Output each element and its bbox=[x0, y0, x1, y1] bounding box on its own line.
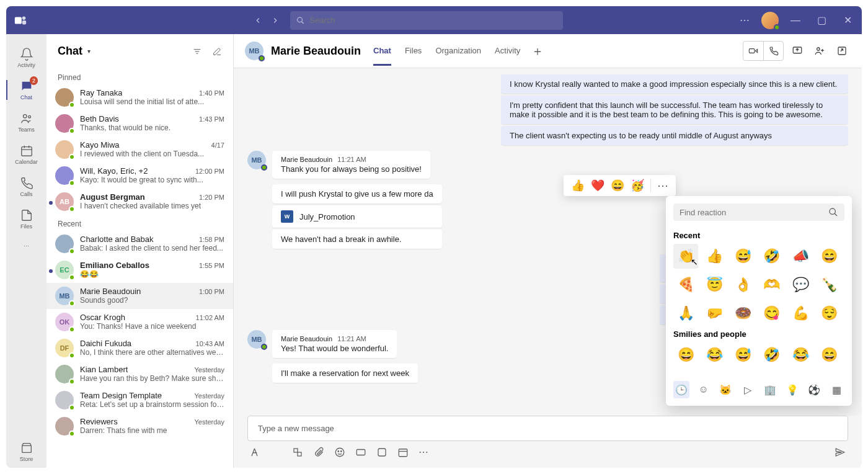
rail-files[interactable]: Files bbox=[6, 203, 46, 235]
category-recent[interactable]: 🕒 bbox=[673, 381, 689, 398]
rail-store[interactable]: Store bbox=[6, 436, 46, 468]
received-message[interactable]: I'll make a reservation for next week bbox=[272, 364, 418, 383]
reaction-emoji[interactable]: 👌 bbox=[731, 272, 756, 297]
audio-call-button[interactable] bbox=[763, 42, 783, 60]
received-message[interactable]: Marie Beaudouin11:21 AMYes! That would b… bbox=[272, 330, 397, 358]
reaction-thumbsup[interactable]: 👍 bbox=[571, 179, 585, 192]
chat-list-item[interactable]: Kian LambertYesterdayHave you ran this b… bbox=[46, 361, 233, 387]
share-screen-button[interactable] bbox=[789, 42, 806, 60]
filter-button[interactable] bbox=[192, 47, 202, 56]
reaction-emoji[interactable]: 🍕 bbox=[673, 272, 698, 297]
window-close-button[interactable]: ✕ bbox=[838, 11, 857, 30]
loop-button[interactable] bbox=[292, 447, 303, 458]
reaction-emoji[interactable]: 😅 bbox=[731, 244, 756, 269]
category-objects[interactable]: 💡 bbox=[784, 381, 800, 398]
chat-list-item[interactable]: Team Design TemplateYesterdayReta: Let's… bbox=[46, 387, 233, 413]
more-compose-button[interactable]: ⋯ bbox=[418, 446, 428, 458]
category-travel[interactable]: 🏢 bbox=[762, 381, 778, 398]
chat-list-item[interactable]: ABAugust Bergman1:20 PMI haven't checked… bbox=[46, 189, 233, 215]
category-symbols[interactable]: ▦ bbox=[828, 381, 844, 398]
chat-list-item[interactable]: MBMarie Beaudouin1:00 PMSounds good? bbox=[46, 283, 233, 309]
file-attachment[interactable]: WJuly_Promotion bbox=[272, 205, 442, 228]
chat-list-item[interactable]: Kayo Miwa4/17I reviewed with the client … bbox=[46, 136, 233, 163]
reaction-emoji[interactable]: 🍾 bbox=[817, 272, 842, 297]
window-maximize-button[interactable]: ▢ bbox=[812, 11, 831, 30]
reaction-emoji[interactable]: 😂 bbox=[788, 342, 813, 367]
format-button[interactable] bbox=[250, 447, 261, 458]
reaction-emoji[interactable]: 😋 bbox=[760, 301, 784, 326]
reaction-party[interactable]: 🥳 bbox=[631, 179, 644, 192]
chat-list-item[interactable]: Will, Kayo, Eric, +212:00 PMKayo: It wou… bbox=[46, 163, 233, 189]
rail-teams[interactable]: Teams bbox=[6, 106, 46, 138]
reaction-emoji[interactable]: 🍩 bbox=[731, 301, 756, 326]
emoji-button[interactable] bbox=[334, 447, 345, 458]
popout-button[interactable] bbox=[833, 42, 851, 60]
reaction-emoji[interactable]: 😄 bbox=[817, 342, 842, 367]
chat-list-item[interactable]: Charlotte and Babak1:58 PMBabak: I asked… bbox=[46, 231, 233, 257]
reaction-emoji[interactable]: 😇 bbox=[702, 272, 727, 297]
rail-activity[interactable]: Activity bbox=[6, 42, 46, 74]
reaction-emoji[interactable]: 😄 bbox=[673, 342, 698, 367]
received-message[interactable]: We haven't had a break in awhile. bbox=[272, 230, 442, 249]
sticker-button[interactable] bbox=[376, 447, 388, 458]
reaction-emoji[interactable]: 😌 bbox=[817, 301, 842, 326]
new-chat-button[interactable] bbox=[212, 47, 222, 56]
reaction-emoji[interactable]: 🤛 bbox=[702, 301, 727, 326]
chat-list-item[interactable]: Beth Davis1:43 PMThanks, that would be n… bbox=[46, 110, 233, 136]
compose-box[interactable]: Type a new message bbox=[247, 416, 848, 441]
received-message[interactable]: I will push Krystal to give us a few mor… bbox=[272, 184, 442, 203]
sent-message[interactable]: The client wasn't expecting us to be rea… bbox=[501, 126, 848, 145]
reaction-emoji[interactable]: 🫶 bbox=[760, 272, 784, 297]
tab-chat[interactable]: Chat bbox=[373, 46, 391, 66]
sent-message[interactable]: I know Krystal really wanted to make a g… bbox=[501, 74, 848, 94]
chat-list-item[interactable]: ReviewersYesterdayDarren: Thats fine wit… bbox=[46, 413, 233, 439]
reaction-emoji[interactable]: 💬 bbox=[788, 272, 813, 297]
send-button[interactable] bbox=[835, 447, 846, 458]
rail-calendar[interactable]: Calendar bbox=[6, 138, 46, 171]
schedule-button[interactable] bbox=[397, 447, 409, 458]
reaction-more-button[interactable]: ⋯ bbox=[650, 179, 668, 192]
rail-calls[interactable]: Calls bbox=[6, 171, 46, 203]
reaction-emoji[interactable]: 👏 bbox=[673, 244, 698, 269]
add-people-button[interactable] bbox=[811, 42, 828, 60]
reaction-emoji[interactable]: 💪 bbox=[788, 301, 813, 326]
tab-organization[interactable]: Organization bbox=[435, 46, 481, 66]
category-food[interactable]: ▷ bbox=[740, 381, 756, 398]
category-animals[interactable]: 🐱 bbox=[718, 381, 734, 398]
chat-list-title[interactable]: Chat bbox=[58, 45, 82, 58]
category-activities[interactable]: ⚽ bbox=[807, 381, 823, 398]
search-box[interactable] bbox=[290, 11, 563, 30]
reaction-emoji[interactable]: 👍 bbox=[702, 244, 727, 269]
reaction-search[interactable] bbox=[673, 203, 844, 221]
received-message[interactable]: Marie Beaudouin11:21 AMThank you for alw… bbox=[272, 151, 430, 179]
rail-chat[interactable]: 2Chat bbox=[6, 74, 46, 106]
reaction-emoji[interactable]: 😅 bbox=[731, 342, 756, 367]
video-call-button[interactable] bbox=[743, 42, 763, 60]
chat-list-item[interactable]: DFDaichi Fukuda10:43 AMNo, I think there… bbox=[46, 335, 233, 361]
reaction-emoji[interactable]: 📣 bbox=[788, 244, 813, 269]
search-input[interactable] bbox=[309, 16, 557, 25]
chevron-down-icon[interactable]: ▾ bbox=[87, 48, 91, 55]
nav-forward-button[interactable] bbox=[268, 13, 283, 28]
reaction-emoji[interactable]: 🤣 bbox=[760, 342, 784, 367]
add-tab-button[interactable]: ＋ bbox=[531, 43, 544, 60]
reaction-emoji[interactable]: 🤣 bbox=[760, 244, 784, 269]
reaction-emoji[interactable]: 😂 bbox=[702, 342, 727, 367]
reaction-heart[interactable]: ❤️ bbox=[591, 179, 604, 192]
current-user-avatar[interactable] bbox=[761, 12, 779, 29]
nav-back-button[interactable] bbox=[250, 13, 265, 28]
window-minimize-button[interactable]: ― bbox=[786, 11, 805, 30]
chat-list-item[interactable]: ECEmiliano Ceballos1:55 PM😂😂 bbox=[46, 257, 233, 283]
gif-button[interactable] bbox=[355, 447, 366, 458]
sent-message[interactable]: I'm pretty confident that this launch wi… bbox=[501, 96, 848, 124]
more-options-button[interactable]: ⋯ bbox=[735, 11, 754, 30]
attach-button[interactable] bbox=[313, 447, 324, 458]
priority-button[interactable] bbox=[271, 447, 282, 458]
rail-more[interactable]: ⋯ bbox=[6, 235, 46, 257]
tab-activity[interactable]: Activity bbox=[495, 46, 520, 66]
tab-files[interactable]: Files bbox=[405, 46, 422, 66]
reaction-emoji[interactable]: 😄 bbox=[817, 244, 842, 269]
category-smilies[interactable]: ☺ bbox=[696, 381, 712, 398]
reaction-search-input[interactable] bbox=[680, 208, 828, 217]
chat-list-item[interactable]: OKOscar Krogh11:02 AMYou: Thanks! Have a… bbox=[46, 309, 233, 335]
